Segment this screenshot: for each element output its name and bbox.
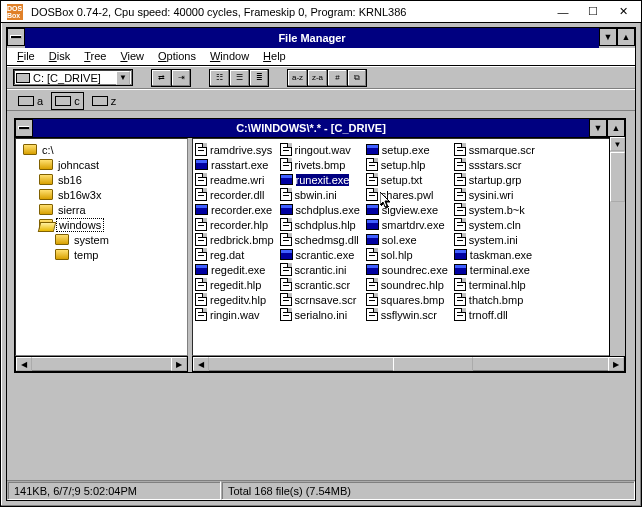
dosbox-titlebar[interactable]: DOS Box DOSBox 0.74-2, Cpu speed: 40000 …	[1, 1, 641, 23]
minimize-icon[interactable]: ▼	[589, 119, 607, 137]
tree-item-sb16[interactable]: sb16	[20, 172, 183, 187]
file-item[interactable]: system.ini	[454, 232, 541, 247]
file-item[interactable]: trnoff.dll	[454, 307, 541, 322]
file-item[interactable]: schdplus.hlp	[280, 217, 366, 232]
maximize-button[interactable]: ☐	[585, 5, 601, 19]
tree-hscroll[interactable]: ◀ ▶	[15, 356, 188, 372]
file-item[interactable]: scrantic.scr	[280, 277, 366, 292]
file-item[interactable]: schedmsg.dll	[280, 232, 366, 247]
file-item[interactable]: ssflywin.scr	[366, 307, 454, 322]
tree-item-windows[interactable]: windows	[20, 217, 183, 232]
file-item[interactable]: sol.exe	[366, 232, 454, 247]
file-list-pane[interactable]: ramdrive.sysrasstart.exereadme.wrirecord…	[192, 138, 625, 356]
file-item[interactable]: terminal.exe	[454, 262, 541, 277]
file-item[interactable]: shares.pwl	[366, 187, 454, 202]
file-item[interactable]: recorder.dll	[195, 187, 280, 202]
toolbar-button[interactable]: z-a	[307, 69, 327, 87]
file-item[interactable]: runexit.exe	[280, 172, 366, 187]
toolbar-button[interactable]: ☷	[209, 69, 229, 87]
file-item[interactable]: setup.txt	[366, 172, 454, 187]
menu-file[interactable]: File	[17, 50, 35, 63]
menu-help[interactable]: Help	[263, 50, 286, 63]
file-item[interactable]: soundrec.hlp	[366, 277, 454, 292]
scroll-thumb[interactable]	[393, 357, 473, 371]
list-hscroll[interactable]: ◀ ▶	[192, 356, 625, 372]
scroll-right-icon[interactable]: ▶	[171, 357, 187, 371]
menu-window[interactable]: Window	[210, 50, 249, 63]
drive-button-a[interactable]: a	[15, 93, 46, 109]
tree-item-johncast[interactable]: johncast	[20, 157, 183, 172]
file-item[interactable]: soundrec.exe	[366, 262, 454, 277]
file-item[interactable]: ssmarque.scr	[454, 142, 541, 157]
file-item[interactable]: smartdrv.exe	[366, 217, 454, 232]
drive-button-z[interactable]: z	[89, 93, 120, 109]
directory-caption[interactable]: C:\WINDOWS\*.* - [C_DRIVE] ▼ ▲	[15, 119, 625, 137]
file-item[interactable]: terminal.hlp	[454, 277, 541, 292]
toolbar-button[interactable]: ⇄	[151, 69, 171, 87]
file-item[interactable]: recorder.exe	[195, 202, 280, 217]
drive-button-c[interactable]: c	[52, 93, 83, 109]
file-item[interactable]: readme.wri	[195, 172, 280, 187]
toolbar-button[interactable]: a-z	[287, 69, 307, 87]
file-item[interactable]: serialno.ini	[280, 307, 366, 322]
tree-item-c[interactable]: c:\	[20, 142, 183, 157]
file-item[interactable]: rivets.bmp	[280, 157, 366, 172]
file-item[interactable]: sysini.wri	[454, 187, 541, 202]
toolbar-button[interactable]: ⇥	[171, 69, 191, 87]
toolbar-button[interactable]: ☰	[229, 69, 249, 87]
file-item[interactable]: regedit.exe	[195, 262, 280, 277]
file-item[interactable]: squares.bmp	[366, 292, 454, 307]
system-menu-icon[interactable]	[15, 119, 33, 137]
file-item[interactable]: taskman.exe	[454, 247, 541, 262]
menu-view[interactable]: View	[120, 50, 144, 63]
minimize-button[interactable]: —	[555, 5, 571, 19]
file-item[interactable]: setup.hlp	[366, 157, 454, 172]
tree-item-system[interactable]: system	[20, 232, 183, 247]
menu-options[interactable]: Options	[158, 50, 196, 63]
scroll-thumb[interactable]	[610, 152, 625, 202]
file-item[interactable]: sol.hlp	[366, 247, 454, 262]
tree-item-sb16w3x[interactable]: sb16w3x	[20, 187, 183, 202]
file-item[interactable]: redbrick.bmp	[195, 232, 280, 247]
mdi-workspace[interactable]: C:\WINDOWS\*.* - [C_DRIVE] ▼ ▲ c:\johnca…	[10, 114, 632, 478]
minimize-icon[interactable]: ▼	[599, 28, 617, 46]
tree-pane[interactable]: c:\johncastsb16sb16w3xsierrawindowssyste…	[15, 138, 188, 356]
file-item[interactable]: ringout.wav	[280, 142, 366, 157]
file-item[interactable]: recorder.hlp	[195, 217, 280, 232]
file-item[interactable]: system.cln	[454, 217, 541, 232]
file-item[interactable]: system.b~k	[454, 202, 541, 217]
toolbar-button[interactable]: ≣	[249, 69, 269, 87]
menu-disk[interactable]: Disk	[49, 50, 70, 63]
scroll-left-icon[interactable]: ◀	[16, 357, 32, 371]
file-item[interactable]: scrnsave.scr	[280, 292, 366, 307]
tree-item-sierra[interactable]: sierra	[20, 202, 183, 217]
file-manager-caption[interactable]: File Manager ▼ ▲	[7, 28, 635, 48]
maximize-icon[interactable]: ▲	[617, 28, 635, 46]
menu-tree[interactable]: Tree	[84, 50, 106, 63]
file-item[interactable]: setup.exe	[366, 142, 454, 157]
scroll-right-icon[interactable]: ▶	[608, 357, 624, 371]
file-item[interactable]: ringin.wav	[195, 307, 280, 322]
file-item[interactable]: ramdrive.sys	[195, 142, 280, 157]
scroll-down-icon[interactable]: ▼	[610, 137, 625, 151]
chevron-down-icon[interactable]: ▼	[116, 71, 130, 85]
drive-combo[interactable]: C: [C_DRIVE] ▼	[13, 69, 133, 86]
close-button[interactable]: ✕	[615, 5, 631, 19]
toolbar-button[interactable]: #	[327, 69, 347, 87]
file-item[interactable]: sbwin.ini	[280, 187, 366, 202]
file-item[interactable]: scrantic.exe	[280, 247, 366, 262]
file-item[interactable]: thatch.bmp	[454, 292, 541, 307]
file-item[interactable]: regedit.hlp	[195, 277, 280, 292]
file-item[interactable]: ssstars.scr	[454, 157, 541, 172]
file-item[interactable]: regeditv.hlp	[195, 292, 280, 307]
vertical-scrollbar[interactable]: ▲ ▼	[609, 137, 625, 356]
toolbar-button[interactable]: ⧉	[347, 69, 367, 87]
file-item[interactable]: startup.grp	[454, 172, 541, 187]
file-item[interactable]: scrantic.ini	[280, 262, 366, 277]
tree-item-temp[interactable]: temp	[20, 247, 183, 262]
file-item[interactable]: sigview.exe	[366, 202, 454, 217]
scroll-left-icon[interactable]: ◀	[193, 357, 209, 371]
file-item[interactable]: reg.dat	[195, 247, 280, 262]
system-menu-icon[interactable]	[7, 28, 25, 46]
maximize-icon[interactable]: ▲	[607, 119, 625, 137]
